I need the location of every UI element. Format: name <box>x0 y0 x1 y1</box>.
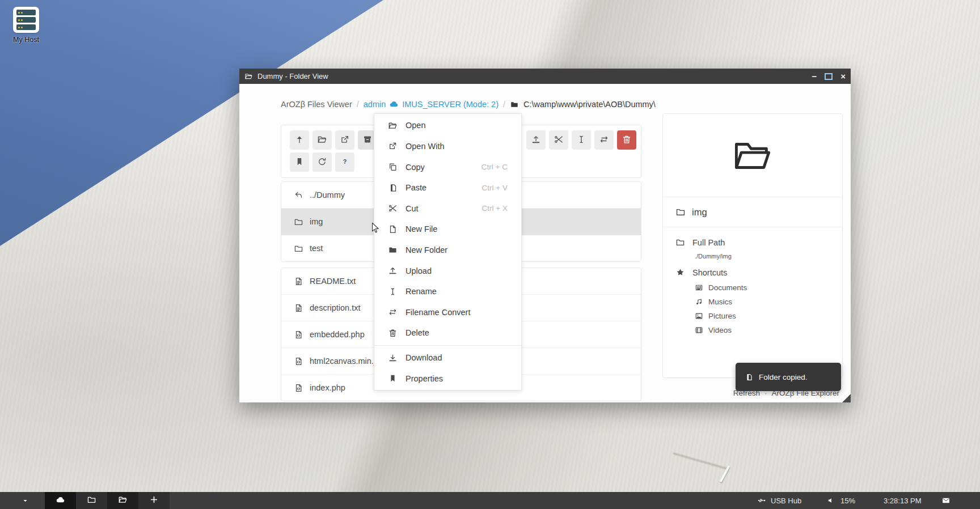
ibeam-icon <box>576 134 586 146</box>
resize-handle[interactable] <box>842 394 851 402</box>
toolbar-button-up[interactable] <box>290 130 309 150</box>
menu-item-label: Copy <box>405 163 425 172</box>
menu-item-download[interactable]: Download <box>374 347 521 368</box>
menu-item-shortcut: Ctrl + C <box>481 163 508 171</box>
back-icon <box>294 190 303 200</box>
copy-icon <box>388 162 398 172</box>
folder-open-icon <box>317 134 327 146</box>
window-content: ArOZβ Files Viewer / admin IMUS_SERVER (… <box>239 84 851 402</box>
music-icon <box>695 298 703 306</box>
ibeam-icon <box>388 287 398 296</box>
swap-icon <box>388 307 398 317</box>
full-path-value: ./Dummy/img <box>695 253 830 260</box>
desktop-icon-my-host[interactable]: My Host <box>8 7 44 44</box>
shortcut-documents[interactable]: Documents <box>695 281 830 295</box>
folder-row-label: img <box>310 217 323 226</box>
menu-item-open[interactable]: Open <box>374 115 521 136</box>
folder-icon <box>675 237 685 247</box>
full-path-row: Full Path <box>675 237 830 247</box>
shortcut-label: Pictures <box>708 312 736 320</box>
toolbar-button-bookmark[interactable] <box>290 152 309 172</box>
folder-fill-icon <box>388 245 398 255</box>
menu-item-filename-convert[interactable]: Filename Convert <box>374 302 521 323</box>
folder-open-icon <box>388 121 398 130</box>
breadcrumb-separator: / <box>357 100 359 109</box>
folder-open-icon <box>730 133 775 177</box>
menu-item-delete[interactable]: Delete <box>374 323 521 343</box>
toolbar-button-external[interactable] <box>335 130 354 150</box>
trash-icon <box>388 328 398 338</box>
envelope-icon <box>941 496 951 505</box>
folder-icon <box>510 100 519 109</box>
shortcut-videos[interactable]: Videos <box>695 323 830 337</box>
toolbar-button-folder-open[interactable] <box>312 130 332 150</box>
toolbar-button-scissors[interactable] <box>549 130 568 150</box>
taskbar-tile-folder[interactable] <box>76 492 107 509</box>
menu-item-label: Upload <box>405 266 432 275</box>
menu-item-open-with[interactable]: Open With <box>374 136 521 157</box>
breadcrumb-separator: / <box>503 100 505 109</box>
film-icon <box>695 326 703 334</box>
minimize-button[interactable]: − <box>812 72 817 80</box>
upload-icon <box>388 266 398 275</box>
menu-item-upload[interactable]: Upload <box>374 260 521 281</box>
folder-view-window: Dummy - Folder View − × ArOZβ Files View… <box>239 69 851 402</box>
toolbar-button-trash[interactable] <box>617 130 636 150</box>
taskbar-tile-folder-open[interactable] <box>107 492 138 509</box>
breadcrumb: ArOZβ Files Viewer / admin IMUS_SERVER (… <box>281 99 656 109</box>
menu-item-properties[interactable]: Properties <box>374 368 521 389</box>
breadcrumb-path: C:\wamp\www\private\AOB\Dummy\ <box>523 100 656 109</box>
file-row-label: README.txt <box>310 277 356 286</box>
full-path-label: Full Path <box>692 238 725 247</box>
usb-status[interactable]: USB Hub <box>757 496 801 505</box>
shortcuts-row: Shortcuts <box>675 268 830 277</box>
taskbar-tile-plus[interactable] <box>138 492 170 509</box>
menu-item-new-folder[interactable]: New Folder <box>374 240 521 261</box>
toolbar-button-refresh[interactable] <box>312 152 332 172</box>
folder-row-label: test <box>310 244 323 253</box>
toolbar-button-question[interactable]: ? <box>335 152 354 172</box>
download-icon <box>388 353 398 363</box>
trash-icon <box>622 134 632 146</box>
taskbar-tiles <box>45 492 170 509</box>
clock-text: 3:28:13 PM <box>884 497 922 505</box>
menu-item-label: Delete <box>405 328 429 337</box>
archive-icon <box>362 134 373 146</box>
menu-item-label: Properties <box>405 374 443 383</box>
taskbar-tile-cloud[interactable] <box>45 492 76 509</box>
toolbar-button-swap[interactable] <box>594 130 614 150</box>
toast-message: Folder copied. <box>759 373 808 381</box>
close-button[interactable]: × <box>840 72 846 80</box>
scissors-icon <box>554 134 564 146</box>
menu-item-cut[interactable]: CutCtrl + X <box>374 198 521 219</box>
caret-down-icon[interactable] <box>22 497 29 504</box>
menu-item-rename[interactable]: Rename <box>374 281 521 302</box>
context-menu: OpenOpen WithCopyCtrl + CPasteCtrl + VCu… <box>374 113 522 391</box>
toast-notification: Folder copied. <box>736 363 841 391</box>
up-icon <box>294 134 305 146</box>
toolbar-button-upload[interactable] <box>526 130 546 150</box>
breadcrumb-server-link[interactable]: admin IMUS_SERVER (Mode: 2) <box>364 99 499 109</box>
mail-button[interactable] <box>941 496 951 505</box>
menu-item-copy[interactable]: CopyCtrl + C <box>374 156 521 177</box>
external-icon <box>340 134 350 146</box>
menu-item-label: Filename Convert <box>405 308 470 317</box>
menu-item-paste[interactable]: PasteCtrl + V <box>374 177 521 198</box>
swap-icon <box>599 134 609 146</box>
folder-row-label: ../Dummy <box>310 190 345 200</box>
copy-status-icon <box>745 373 753 381</box>
window-controls: − × <box>812 72 846 80</box>
volume-status[interactable]: 15% <box>827 496 855 505</box>
menu-item-shortcut: Ctrl + X <box>482 204 508 213</box>
file-row-label: index.php <box>310 383 345 392</box>
shortcut-musics[interactable]: Musics <box>695 295 830 309</box>
upload-icon <box>531 134 541 146</box>
maximize-button[interactable] <box>825 73 833 80</box>
shortcut-pictures[interactable]: Pictures <box>695 309 830 323</box>
toolbar-button-ibeam[interactable] <box>572 130 591 150</box>
window-titlebar[interactable]: Dummy - Folder View − × <box>239 69 851 84</box>
menu-item-shortcut: Ctrl + V <box>482 184 508 192</box>
menu-item-new-file[interactable]: New File <box>374 219 521 240</box>
file-row-label: description.txt <box>310 303 360 312</box>
mouse-cursor <box>370 222 382 234</box>
